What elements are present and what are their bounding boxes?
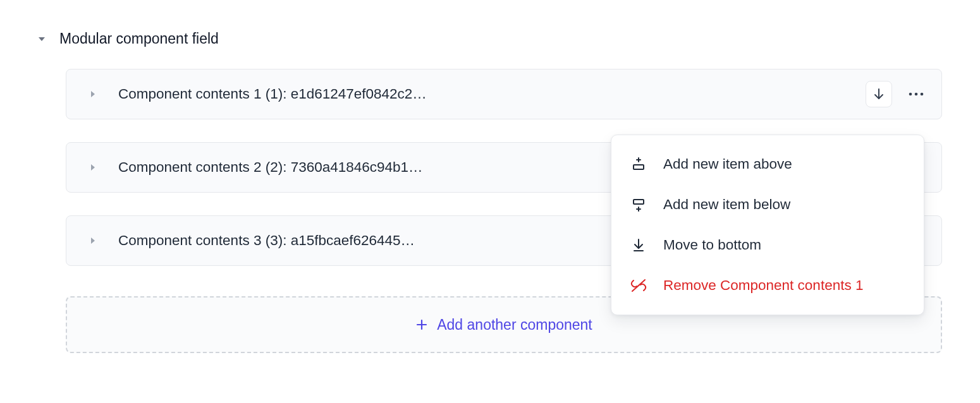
- svg-point-2: [915, 93, 918, 96]
- svg-rect-14: [634, 165, 644, 169]
- menu-item-label: Move to bottom: [663, 237, 761, 253]
- caret-right-icon: [84, 164, 102, 171]
- add-item-below-icon: [630, 197, 647, 212]
- move-down-button[interactable]: [866, 81, 892, 107]
- menu-item-label: Remove Component contents 1: [663, 277, 863, 294]
- menu-move-bottom[interactable]: Move to bottom: [611, 225, 924, 265]
- component-label: Component contents 1 (1): e1d61247ef0842…: [118, 86, 866, 102]
- add-item-above-icon: [630, 157, 647, 172]
- move-to-bottom-icon: [630, 238, 647, 253]
- caret-right-icon: [84, 237, 102, 244]
- svg-point-3: [921, 93, 924, 96]
- plus-icon: [415, 318, 428, 331]
- menu-item-label: Add new item above: [663, 156, 792, 172]
- field-header[interactable]: Modular component field: [38, 30, 942, 47]
- add-component-label: Add another component: [437, 316, 592, 334]
- more-actions-button[interactable]: [903, 92, 929, 97]
- caret-right-icon: [84, 90, 102, 98]
- component-row[interactable]: Component contents 1 (1): e1d61247ef0842…: [66, 69, 942, 119]
- menu-add-below[interactable]: Add new item below: [611, 184, 924, 225]
- menu-item-label: Add new item below: [663, 196, 790, 213]
- svg-line-20: [632, 280, 645, 291]
- menu-add-above[interactable]: Add new item above: [611, 144, 924, 184]
- caret-down-icon: [38, 35, 46, 43]
- svg-point-1: [909, 93, 912, 96]
- svg-rect-15: [634, 200, 644, 204]
- menu-remove[interactable]: Remove Component contents 1: [611, 265, 924, 306]
- component-actions-menu: Add new item above Add new item below: [611, 135, 924, 315]
- unlink-icon: [630, 278, 647, 293]
- field-title: Modular component field: [59, 30, 219, 47]
